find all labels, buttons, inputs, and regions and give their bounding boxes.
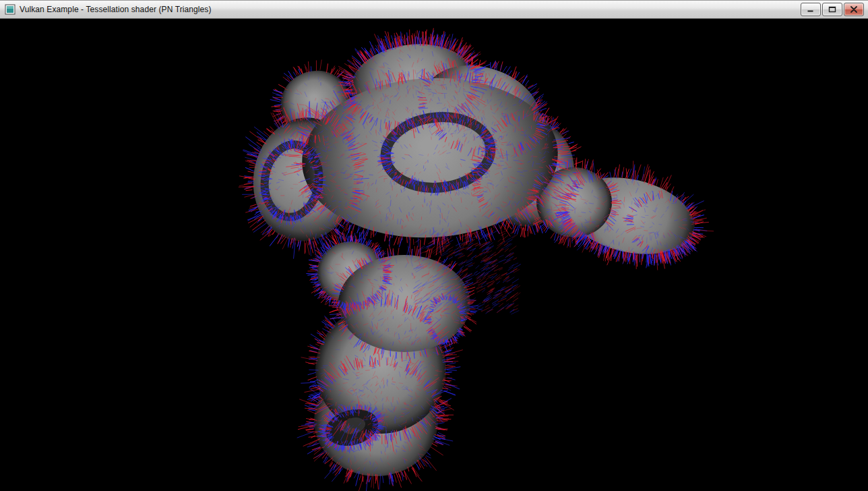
minimize-button[interactable] — [801, 3, 821, 16]
app-icon[interactable] — [5, 4, 16, 15]
window-controls — [801, 3, 864, 16]
close-button[interactable] — [844, 3, 864, 16]
window-title: Vulkan Example - Tessellation shader (PN… — [20, 5, 212, 14]
maximize-button[interactable] — [822, 3, 842, 16]
minimize-icon — [807, 6, 815, 13]
titlebar[interactable]: Vulkan Example - Tessellation shader (PN… — [0, 0, 868, 19]
app-window: Vulkan Example - Tessellation shader (PN… — [0, 0, 868, 491]
close-icon — [850, 6, 858, 13]
app-icon-glyph — [5, 4, 16, 15]
render-area — [0, 19, 868, 491]
maximize-icon — [828, 6, 836, 13]
render-viewport[interactable] — [0, 19, 868, 491]
